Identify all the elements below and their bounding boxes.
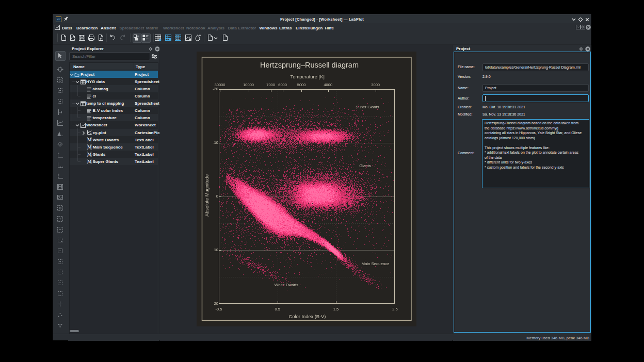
svg-text:M: M xyxy=(87,159,92,164)
svg-text:M: M xyxy=(87,152,92,157)
svg-text:M: M xyxy=(87,137,92,142)
svg-text:M: M xyxy=(87,144,92,150)
